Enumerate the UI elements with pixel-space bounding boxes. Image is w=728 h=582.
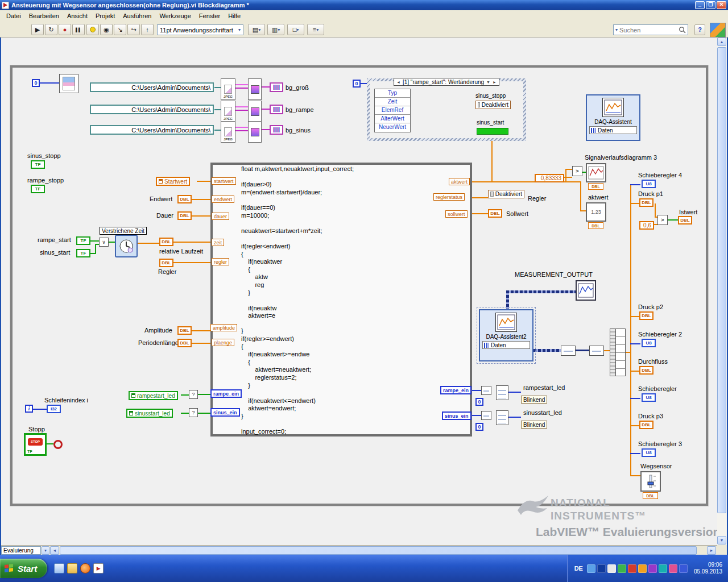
formula-output[interactable]: sinus_ein [442,411,471,420]
menu-item[interactable]: Werkzeuge [155,11,195,20]
unflatten-pixmap-vi-icon[interactable] [248,78,262,100]
select-function[interactable]: ? [189,390,198,399]
dbl-terminal[interactable]: DBL [177,211,192,220]
run-continuous-button[interactable]: ↻ [45,24,57,35]
maximize-button[interactable]: ❐ [706,1,715,9]
local-variable-startwert[interactable]: Startwert [156,177,190,186]
i32-terminal[interactable]: I32 [47,405,61,413]
property-node-blinkend[interactable]: Blinkend [521,421,547,429]
daq-assistent2-express-vi[interactable]: DAQ-Assistent2 Daten [479,309,533,361]
pause-button[interactable]: ▌▌ [72,24,85,35]
numeric-constant[interactable]: 0,83333 [535,174,564,182]
u8-terminal[interactable]: U8 [642,339,656,347]
align-objects-button[interactable]: ▤▾ [248,24,265,35]
or-function[interactable]: ∨ [99,238,109,247]
event-data-node[interactable]: TypZeitElemRefAlterWertNeuerWert [374,89,411,132]
slider-indicator-terminal[interactable] [640,471,661,492]
search-input[interactable] [619,27,677,34]
event-data-field[interactable]: ElemRef [375,106,410,115]
taskbar-clock[interactable]: 09:06 05.09.2013 [694,562,722,575]
measurement-output-terminal[interactable] [576,280,596,301]
formula-output[interactable]: aktwert [449,178,470,185]
event-prev-icon[interactable]: ◄ [396,80,400,84]
menu-item[interactable]: Projekt [92,11,119,20]
numeric-indicator-terminal[interactable]: 1.23 [586,202,606,222]
picture-indicator-terminal[interactable] [270,105,283,114]
select-function[interactable]: ? [189,408,198,417]
run-button[interactable]: ▶ [31,24,44,35]
read-jpeg-vi-icon[interactable]: JPEG [221,101,235,122]
dbl-terminal[interactable]: DBL [639,421,653,429]
index-array-node[interactable] [610,329,626,376]
unflatten-pixmap-vi-icon[interactable] [248,121,262,143]
formula-input[interactable]: endwert [212,196,234,203]
numeric-constant[interactable]: 0 [475,423,483,431]
dbl-terminal[interactable]: DBL [177,195,192,203]
menu-item[interactable]: Fenster [195,11,224,20]
build-array-node[interactable] [496,385,508,400]
dbl-terminal[interactable]: DBL [159,259,173,267]
media-player-icon[interactable] [80,563,90,573]
scroll-down-icon[interactable]: ▼ [717,536,726,544]
vertical-scrollbar[interactable]: ▲ ▼ [717,38,727,545]
build-array-node[interactable] [496,410,508,425]
event-data-field[interactable]: AlterWert [375,115,410,123]
dbl-terminal[interactable]: DBL [639,198,653,207]
tray-icon[interactable] [618,564,626,573]
read-jpeg-vi-icon[interactable]: JPEG [221,121,235,143]
step-over-button[interactable]: ↪ [127,24,140,35]
formula-input[interactable]: regler [212,258,229,265]
numeric-constant[interactable]: 0,6 [639,221,654,230]
minimize-button[interactable]: _ [695,1,705,9]
reorder-button[interactable]: ≡▾ [307,24,324,35]
picture-indicator-terminal[interactable] [270,125,283,135]
event-structure-selector[interactable]: ◄ [1] "rampe_start": Wertänderung ▼ ► [394,78,499,86]
event-data-field[interactable]: Typ [375,89,410,98]
execution-target-selector[interactable]: Evaluierung [1,546,41,555]
convert-to-array-icon[interactable] [589,346,604,356]
stop-button-terminal[interactable]: STOP TF [24,433,47,456]
daten-output-row[interactable]: Daten [589,126,637,134]
start-button[interactable]: Start [0,559,47,578]
numeric-constant[interactable]: 0 [32,79,40,87]
formula-output[interactable]: rampe_ein [440,386,471,394]
vertical-scroll-thumb[interactable] [717,47,726,513]
help-button[interactable]: ? [694,24,705,35]
retain-wire-values-button[interactable]: ◉ [100,24,113,35]
local-variable-sinusstart-led[interactable]: sinusstart_led [126,409,173,418]
formula-output[interactable]: reglerstatus [433,193,465,201]
greater-than-function[interactable]: > [572,166,582,176]
enum-indicator[interactable]: Deaktiviert [488,190,524,198]
tray-icon[interactable] [628,564,636,573]
u8-terminal[interactable]: U8 [642,448,656,457]
dbl-terminal[interactable]: DBL [639,311,653,320]
resize-objects-button[interactable]: □▾ [287,24,304,35]
elapsed-time-express-vi[interactable] [115,235,138,257]
tray-icon[interactable] [648,564,657,573]
horizontal-scroll-thumb[interactable] [60,546,697,555]
formula-input[interactable]: rampe_ein [210,389,242,398]
tray-icon[interactable] [597,564,606,573]
menu-item[interactable]: Datei [2,11,25,20]
tf-terminal[interactable]: TF [76,249,90,257]
abort-button[interactable]: ● [59,24,71,35]
loop-condition-terminal[interactable] [53,440,63,449]
greater-than-function[interactable]: > [657,215,668,225]
read-picture-vi-icon[interactable] [59,74,78,93]
show-desktop-icon[interactable] [54,563,64,573]
daten-input-row[interactable]: Daten [482,341,530,349]
numeric-constant[interactable]: 0 [353,80,361,88]
event-next-icon[interactable]: ► [493,80,497,84]
dbl-terminal[interactable]: DBL [177,326,192,335]
daq-assistent-express-vi[interactable]: DAQ-Assistent Daten [586,94,640,141]
language-indicator[interactable]: DE [574,565,583,572]
boolean-local-variable[interactable] [477,128,508,135]
convert-dynamic-data-icon[interactable] [561,346,576,356]
chevron-down-icon[interactable]: ▾ [42,546,49,555]
dbl-terminal[interactable]: DBL [639,366,653,375]
menu-item[interactable]: Ansicht [63,11,92,20]
formula-input[interactable]: startwert [212,177,236,185]
formula-input[interactable]: zeit [212,239,224,246]
picture-indicator-terminal[interactable] [270,82,283,92]
u8-terminal[interactable]: U8 [642,393,656,402]
